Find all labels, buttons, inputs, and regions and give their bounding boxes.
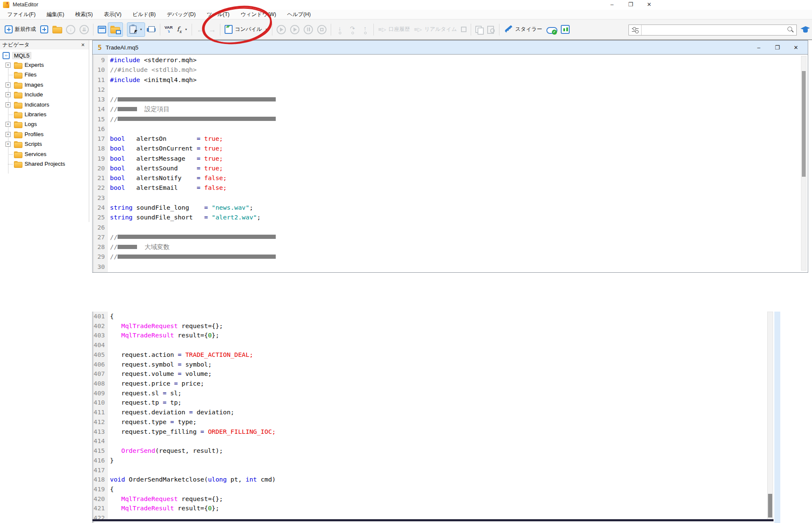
expand-plus-icon[interactable]: + <box>5 82 11 88</box>
tree-item-experts[interactable]: +Experts <box>0 60 89 70</box>
maximize-button[interactable]: ❐ <box>621 0 640 9</box>
expand-plus-icon[interactable]: + <box>5 132 11 137</box>
debug-play-icon <box>290 25 299 34</box>
account-history-button: ≡▷ 口座履歴 <box>376 23 412 36</box>
expand-plus-icon[interactable]: + <box>5 122 11 127</box>
insert-variable-button[interactable]: VAR↴ <box>162 23 175 36</box>
menu-ツールt[interactable]: ツール(T) <box>201 10 235 19</box>
chevron-down-icon[interactable]: ▼ <box>265 28 268 31</box>
debug-pause-icon <box>304 25 313 34</box>
tree-item-images[interactable]: +Images <box>0 80 89 90</box>
expand-plus-icon[interactable]: + <box>5 102 11 107</box>
code-line-404: 404 <box>93 340 772 350</box>
help-education-icon[interactable] <box>800 25 811 35</box>
vertical-scrollbar-2[interactable] <box>767 312 773 520</box>
chevron-down-icon[interactable]: ▼ <box>185 28 188 31</box>
tree-item-include[interactable]: +Include <box>0 90 89 100</box>
menu-デバッグd[interactable]: デバッグ(D) <box>161 10 201 19</box>
list-play-icon: ≡▷ <box>414 26 422 33</box>
menu-ファイルf[interactable]: ファイル(F) <box>2 10 41 19</box>
menu-ビルドb[interactable]: ビルド(B) <box>127 10 161 19</box>
step-over-button: ↷ <box>346 23 359 36</box>
code-line-26: 26 <box>93 222 799 232</box>
function-list-button[interactable]: fx ▼ <box>175 23 189 36</box>
code-line-412: 412 request.type = type; <box>93 417 772 427</box>
tree-item-scripts[interactable]: +Scripts <box>0 140 89 149</box>
menu-検索s[interactable]: 検索(S) <box>70 10 99 19</box>
forward-arrow-icon: → <box>208 26 216 33</box>
toolbar: 新規作成 ↓ ⇊ ▼ VAR↴ fx ▼ ← → <box>0 19 812 40</box>
toolbar-separator <box>192 24 192 36</box>
menu-編集e[interactable]: 編集(E) <box>41 10 70 19</box>
toolbar-search-area <box>628 19 811 40</box>
menu-表示v[interactable]: 表示(V) <box>98 10 127 19</box>
printer-icon <box>147 26 156 33</box>
navigator-toggle-button[interactable] <box>108 23 123 36</box>
scrollbar-thumb[interactable] <box>802 71 806 177</box>
paste-button[interactable]: ▼ <box>127 23 145 36</box>
tree-stub-line <box>8 164 13 164</box>
tree-stub-line <box>8 115 13 115</box>
tree-item-profiles[interactable]: +Profiles <box>0 130 89 140</box>
step-into-icon: ↓ <box>335 25 344 34</box>
document-minimize-button[interactable]: – <box>754 44 764 51</box>
open-folder-button[interactable] <box>50 23 64 36</box>
tree-item-files[interactable]: Files <box>0 70 89 80</box>
tree-item-shared-projects[interactable]: Shared Projects <box>0 159 89 169</box>
code-line-9: 9#include <stderror.mqh> <box>93 55 799 65</box>
expand-plus-icon[interactable]: + <box>5 92 11 97</box>
toolbar-separator <box>160 24 160 36</box>
navigator-close-icon[interactable]: × <box>80 41 86 48</box>
navigator-header: ナビゲータ × <box>0 40 89 49</box>
menu-ヘルプh[interactable]: ヘルプ(H) <box>282 10 316 19</box>
compile-button[interactable]: コンパイル ▼ <box>222 23 270 36</box>
code-editor-continued[interactable]: 401{402 MqlTradeRequest request={};403 M… <box>92 312 780 523</box>
code-line-415: 415 OrderSend(request, result); <box>93 446 772 456</box>
new-button[interactable]: 新規作成 <box>3 23 38 36</box>
tree-item-services[interactable]: Services <box>0 150 89 159</box>
debug-history-icon <box>277 25 286 34</box>
print-button[interactable] <box>145 23 158 36</box>
comb-icon <box>504 25 513 34</box>
search-icon[interactable] <box>786 25 795 35</box>
code-editor[interactable]: 9#include <stderror.mqh>10//#include <st… <box>93 55 808 272</box>
code-line-420: 420 MqlTradeRequest request={}; <box>93 494 772 504</box>
navigator-tree: ‹› MQL5 +ExpertsFiles+Images+Include+Ind… <box>0 49 89 169</box>
cloud-storage-button[interactable]: ✓ <box>544 23 559 36</box>
document-maximize-button[interactable]: ❐ <box>772 44 782 51</box>
styler-button[interactable]: スタイラー <box>502 23 544 36</box>
document-window-controls: – ❐ ✕ <box>754 44 803 51</box>
scrollbar-thumb-2[interactable] <box>768 494 772 518</box>
code-line-20: 20bool alertsSound = true; <box>93 163 799 173</box>
expand-plus-icon[interactable]: + <box>5 142 11 147</box>
code-line-422: 422 <box>93 513 772 523</box>
tree-item-indicators[interactable]: +Indicators <box>0 100 89 110</box>
tree-item-libraries[interactable]: Libraries <box>0 110 89 120</box>
new-file-button[interactable] <box>38 23 50 36</box>
window-layout-button[interactable] <box>96 23 108 36</box>
open-folder-icon <box>52 26 62 33</box>
code-lines-block-2: 401{402 MqlTradeRequest request={};403 M… <box>93 312 772 523</box>
minimize-button[interactable]: – <box>603 0 621 9</box>
search-filter-icon[interactable] <box>629 25 642 35</box>
tree-item-mql5[interactable]: ‹› MQL5 <box>0 51 89 60</box>
new-document-icon <box>5 25 13 33</box>
document-close-button[interactable]: ✕ <box>791 44 801 51</box>
document-titlebar[interactable]: 5 TradeAI.mq5 – ❐ ✕ <box>93 41 808 55</box>
close-button[interactable]: ✕ <box>640 0 658 9</box>
vertical-scrollbar[interactable] <box>801 56 807 271</box>
search-in-files-button <box>485 23 497 36</box>
code-line-418: 418void OrderSendMarketclose(ulong pt, i… <box>93 475 772 485</box>
tree-item-logs[interactable]: +Logs <box>0 120 89 129</box>
expand-plus-icon[interactable]: + <box>5 63 11 68</box>
chart-frame-button <box>459 23 469 36</box>
chevron-down-icon[interactable]: ▼ <box>140 28 143 31</box>
code-line-416: 416} <box>93 456 772 465</box>
search-input[interactable] <box>642 25 786 35</box>
code-line-30: 30 <box>93 262 799 271</box>
code-line-401: 401{ <box>93 312 772 321</box>
market-button[interactable] <box>559 23 572 36</box>
document-search-icon <box>487 26 495 33</box>
menu-ウィンドウw[interactable]: ウィンドウ(W) <box>235 10 282 19</box>
var-icon: VAR↴ <box>165 25 173 34</box>
